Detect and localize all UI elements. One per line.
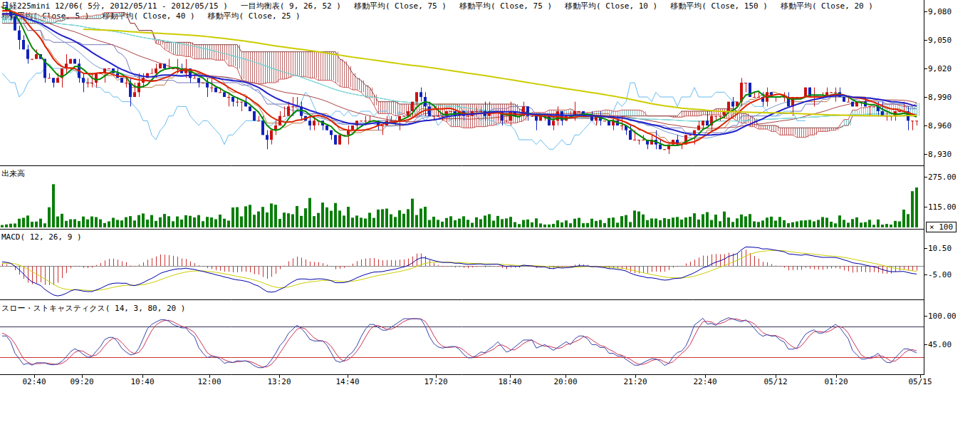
volume-multiplier-badge: × 100	[926, 222, 956, 232]
chart-canvas[interactable]	[0, 0, 980, 442]
app-root: 日経225mini 12/06( 5分, 2012/05/11 - 2012/0…	[0, 0, 980, 442]
